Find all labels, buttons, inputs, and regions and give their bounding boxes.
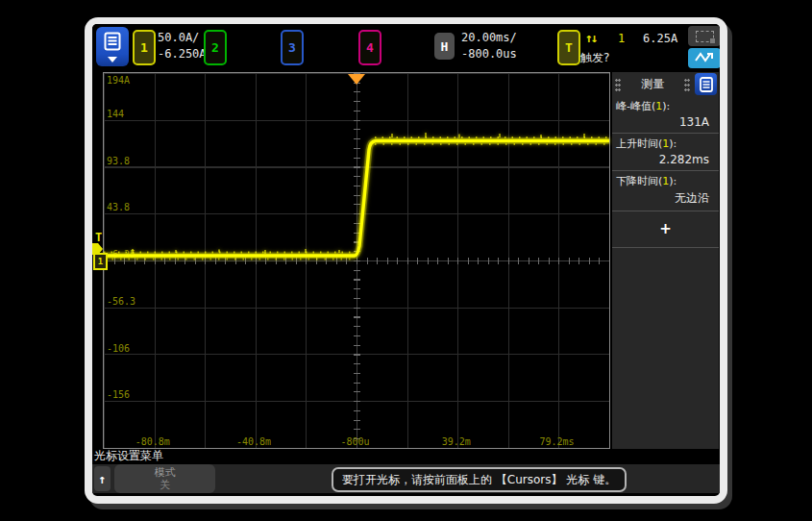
- trigger-position-marker[interactable]: [348, 74, 365, 85]
- timebase-scale: 20.00ms/: [461, 31, 517, 44]
- menu-icon: [700, 77, 713, 92]
- measurement-value: 131A: [616, 113, 715, 129]
- measurement-source: 1: [662, 137, 669, 150]
- softkey-menu-title: 光标设置菜单: [94, 448, 163, 464]
- channel-4-button[interactable]: 4: [358, 30, 381, 65]
- channel-3-button[interactable]: 3: [281, 30, 304, 65]
- trigger-edge-icon: ↑↓: [585, 31, 597, 45]
- measurement-menu-button[interactable]: [695, 73, 717, 95]
- measurement-item[interactable]: 下降时间(1):无边沿: [612, 171, 719, 211]
- trigger-button[interactable]: T: [557, 30, 580, 65]
- measurement-name: 峰-峰值(1):: [616, 99, 715, 113]
- measurement-value: 无边沿: [616, 188, 715, 207]
- channel-1-ground-marker[interactable]: 1: [93, 253, 108, 270]
- measurement-source: 1: [662, 175, 669, 187]
- measurement-source: 1: [655, 100, 662, 112]
- main-menu-button[interactable]: [96, 27, 129, 66]
- horizontal-readout: 20.00ms/-800.0us: [461, 30, 517, 62]
- waveform-tools-button[interactable]: [688, 48, 720, 68]
- trigger-source: 1: [618, 32, 625, 45]
- timebase-delay: -800.0us: [461, 47, 517, 61]
- cursor-hint-message: 要打开光标，请按前面板上的 【Cursors】 光标 键。: [332, 467, 627, 492]
- chevron-down-icon: [108, 57, 117, 62]
- channel-1-button[interactable]: 1: [133, 30, 156, 65]
- oscilloscope-screenshot: 1 50.0A/-6.250A 2 3 4 H 20.00ms/-800.0us…: [0, 0, 812, 521]
- measurement-panel-header[interactable]: 测量: [612, 72, 719, 96]
- trigger-level-readout: 6.25A: [643, 32, 677, 45]
- channel-1-scale: 50.0A/: [158, 31, 199, 44]
- measurement-panel-title: 测量: [612, 76, 694, 92]
- back-up-button[interactable]: ↑: [94, 466, 111, 491]
- channel-2-button[interactable]: 2: [204, 30, 227, 65]
- channel-1-trace: [104, 73, 609, 448]
- mode-softkey[interactable]: 模式 关: [114, 464, 215, 493]
- waveform-graticule: 194A14493.843.8-6.25-56.3-106-156 -80.8m…: [103, 72, 610, 449]
- measurement-item[interactable]: 上升时间(1):2.282ms: [612, 134, 719, 171]
- add-measurement-row: +: [612, 211, 719, 248]
- top-toolbar: 1 50.0A/-6.250A 2 3 4 H 20.00ms/-800.0us…: [92, 24, 720, 70]
- measurement-list: 峰-峰值(1):131A上升时间(1):2.282ms下降时间(1):无边沿: [612, 96, 719, 211]
- trigger-status: 触发?: [580, 50, 609, 66]
- channel-1-offset: -6.250A: [158, 47, 207, 61]
- mode-softkey-label: 模式: [155, 466, 176, 479]
- drag-handle-icon[interactable]: [684, 78, 690, 91]
- screen-bezel: 1 50.0A/-6.250A 2 3 4 H 20.00ms/-800.0us…: [85, 17, 727, 504]
- measurement-panel: 测量 峰-峰值(1):131A上升时间(1):2.282ms下降时间(1):无边…: [612, 72, 719, 449]
- mode-softkey-value: 关: [160, 479, 170, 491]
- measurement-name: 下降时间(1):: [616, 174, 715, 188]
- measurement-item[interactable]: 峰-峰值(1):131A: [612, 96, 719, 134]
- channel-1-readout: 50.0A/-6.250A: [158, 30, 207, 62]
- zoom-select-button[interactable]: [688, 26, 720, 46]
- selection-rect-icon: [696, 31, 714, 42]
- waveform-arrow-icon: [694, 49, 715, 67]
- measurement-name: 上升时间(1):: [616, 136, 715, 151]
- add-measurement-button[interactable]: +: [612, 220, 719, 237]
- toolbar-corner-icons: [688, 26, 720, 70]
- horizontal-button[interactable]: H: [434, 33, 455, 60]
- softkey-bar: ↑ 模式 关 要打开光标，请按前面板上的 【Cursors】 光标 键。: [92, 464, 720, 493]
- scope-screen: 1 50.0A/-6.250A 2 3 4 H 20.00ms/-800.0us…: [92, 24, 720, 496]
- trigger-level-marker-label: T: [95, 231, 102, 244]
- measurement-value: 2.282ms: [616, 151, 715, 166]
- menu-icon: [104, 32, 121, 55]
